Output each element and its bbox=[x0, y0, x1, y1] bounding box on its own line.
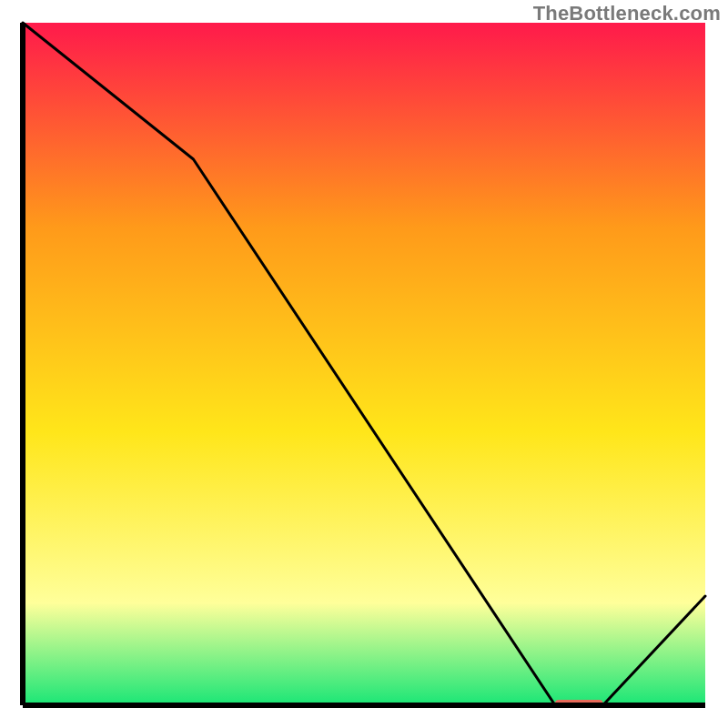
plot-background bbox=[23, 23, 705, 705]
chart-svg bbox=[0, 0, 728, 728]
chart-container: TheBottleneck.com bbox=[0, 0, 728, 728]
